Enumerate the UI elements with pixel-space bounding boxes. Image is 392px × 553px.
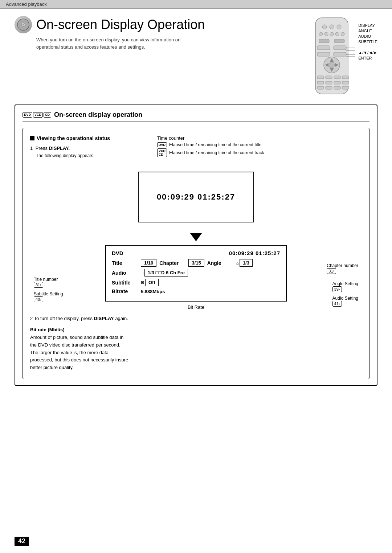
diagram-with-annotations: Chapter number 31› Angle Setting 39› Aud…: [30, 245, 362, 310]
dvd-tag: DVD: [157, 142, 167, 147]
right-col: Time counter DVD Elapsed time / remainin…: [157, 135, 362, 161]
svg-point-2: [23, 24, 24, 25]
subtitle-label: Subtitle: [112, 280, 141, 286]
svg-point-11: [341, 32, 344, 36]
svg-rect-31: [342, 81, 349, 84]
time-counter-label: Time counter: [157, 135, 362, 141]
bitrate-label: Bitrate: [112, 288, 141, 294]
svg-rect-33: [326, 86, 332, 89]
disc-badge-cd: CD: [44, 112, 51, 118]
svg-rect-13: [334, 39, 344, 43]
bitrate-row: Bitrate 5.888Mbps: [112, 288, 280, 294]
page-subtitle: When you turn on the on-screen display, …: [36, 36, 308, 50]
disc-badges: DVD VCD CD: [23, 112, 51, 118]
svg-rect-29: [326, 81, 332, 84]
left-col: Viewing the operational status 1 Press D…: [30, 135, 146, 161]
page-title: On-screen Display Operation: [36, 17, 205, 32]
title-badge: 31›: [34, 282, 43, 288]
page-title-row: On-screen Display Operation: [15, 16, 308, 33]
remote-label-angle: ANGLE: [358, 29, 377, 33]
subtitle-setting-label: Subtitle Setting: [34, 291, 63, 296]
svg-point-7: [319, 32, 323, 36]
audio-setting-label: Audio Setting: [332, 296, 358, 301]
vcd-cd-tag: VCDCD: [157, 148, 167, 157]
bit-rate-label: Bit Rate: [105, 304, 287, 310]
arrow-down-icon: [190, 233, 202, 241]
section-header: DVD VCD CD On-screen display operation: [23, 111, 369, 122]
svg-point-6: [337, 25, 341, 29]
remote-label-list: DISPLAY ANGLE AUDIO SUBTITLE ▲/▼/◄/► ENT…: [358, 23, 377, 60]
remote-svg: [308, 16, 355, 96]
step-1-bold: DISPLAY.: [49, 146, 70, 151]
info-display-header: DVD 00:09:29 01:25:27: [112, 250, 280, 256]
bit-rate-text: Amount of picture, sound and subtitle da…: [30, 334, 362, 372]
step-1-text: Press: [36, 146, 49, 151]
top-bar: Advanced playback: [0, 0, 392, 9]
diagram-area: 00:09:29 01:25:27 Chapter number 31› Ang: [30, 164, 362, 310]
vcd-time-annotation: VCDCD Elapsed time / remaining time of t…: [157, 148, 362, 157]
dvd-time-annotation: DVD Elapsed time / remaining time of the…: [157, 142, 362, 147]
svg-rect-24: [317, 76, 324, 79]
page-header: On-screen Display Operation When you tur…: [15, 16, 377, 96]
svg-rect-16: [317, 52, 330, 56]
title-value: 1/10: [141, 259, 156, 267]
chapter-num-badge: 31›: [327, 268, 336, 274]
vcd-time-text: Elapsed time / remaining time of the cur…: [169, 150, 264, 155]
audio-setting-annotation: Audio Setting 41›: [332, 296, 358, 307]
audio-value: 1/3 □□D 6 Ch Fre: [144, 269, 188, 276]
angle-setting-label: Angle Setting: [332, 281, 358, 286]
subtitle-row: Subtitle ⊟ Off: [112, 279, 280, 286]
arrow-down-container: [190, 233, 202, 241]
svg-rect-14: [317, 46, 330, 50]
svg-rect-28: [317, 81, 324, 84]
svg-point-19: [329, 62, 335, 68]
svg-rect-17: [334, 52, 346, 56]
step-2-text: To turn off the display, press: [34, 316, 94, 321]
disc-badge-dvd: DVD: [23, 112, 32, 118]
svg-rect-26: [334, 76, 340, 79]
angle-label: Angle: [207, 260, 236, 266]
angle-badge: 39›: [332, 286, 342, 292]
step-2-text2: again.: [114, 316, 128, 321]
subsection-heading: Viewing the operational status: [37, 135, 110, 141]
disc-badge-vcd: VCD: [33, 112, 43, 118]
time-counter-section: Time counter DVD Elapsed time / remainin…: [157, 135, 362, 157]
title-number-label: Title number: [34, 277, 58, 282]
title-number-annotation: Title number 31›: [34, 277, 58, 288]
title-label: Title: [112, 260, 141, 266]
subsection-title: Viewing the operational status: [30, 135, 146, 141]
bitrate-value: 5.888Mbps: [141, 289, 165, 294]
svg-point-5: [330, 25, 334, 29]
main-content: On-screen Display Operation When you tur…: [0, 9, 392, 407]
title-row: Title 1/10 Chapter 3/15 Angle ⌂ 1/3: [112, 259, 280, 267]
step-1-num: 1: [30, 146, 33, 151]
page-number: 42: [15, 537, 29, 546]
audio-label: Audio: [112, 270, 141, 276]
audio-badge: 41›: [332, 301, 342, 307]
remote-label-display: DISPLAY: [358, 23, 377, 28]
svg-rect-30: [334, 81, 340, 84]
info-display: DVD 00:09:29 01:25:27 Title 1/10 Chapter…: [105, 245, 287, 302]
top-bar-label: Advanced playback: [6, 1, 47, 7]
subtitle-value: Off: [145, 279, 159, 286]
svg-rect-15: [334, 46, 346, 50]
subtitle-setting-annotation: Subtitle Setting 40›: [34, 291, 63, 302]
remote-label-arrows: ▲/▼/◄/►: [358, 50, 377, 55]
chapter-number-annotation: Chapter number 31›: [327, 263, 358, 274]
dvd-time-text: Elapsed time / remaining time of the cur…: [169, 142, 261, 147]
inner-box: Viewing the operational status 1 Press D…: [23, 128, 369, 379]
svg-rect-27: [342, 76, 349, 79]
svg-rect-25: [326, 76, 332, 79]
svg-point-10: [335, 32, 339, 36]
svg-rect-12: [319, 39, 329, 43]
svg-point-4: [322, 25, 327, 29]
bit-rate-section: Bit rate (Mbit/s) Amount of picture, sou…: [30, 327, 362, 372]
chapter-label: Chapter: [159, 260, 188, 266]
angle-setting-annotation: Angle Setting 39›: [332, 281, 358, 292]
step-1: 1 Press DISPLAY.: [30, 146, 146, 151]
remote-label-enter: ENTER: [358, 56, 377, 60]
step-2-bold: DISPLAY: [94, 316, 114, 321]
dvd-label: DVD: [112, 250, 123, 256]
black-square-icon: [30, 136, 34, 140]
svg-rect-32: [317, 86, 324, 89]
